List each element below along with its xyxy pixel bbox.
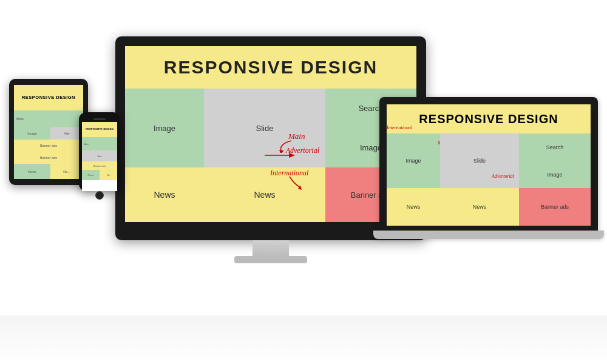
- monitor-image-left: Image: [125, 89, 204, 167]
- tablet-banner1-label: Banner ads: [40, 144, 57, 147]
- phone-news1: News: [82, 170, 100, 180]
- tablet-screen: RESPONSIVE DESIGN Main Image Adv: [14, 85, 83, 179]
- monitor-header: RESPONSIVE DESIGN: [125, 46, 416, 89]
- laptop-slide-label: Slide: [473, 158, 486, 164]
- laptop-image-left-label: Image: [405, 158, 421, 164]
- monitor-body: Image Slide Advertorial: [125, 89, 416, 222]
- monitor-news1: News: [125, 167, 204, 222]
- phone-banner: Banner ads: [82, 161, 117, 170]
- monitor-image-left-label: Image: [154, 124, 175, 133]
- tablet-news1: News: [14, 164, 50, 179]
- laptop-base: [373, 231, 604, 239]
- laptop-title: RESPONSIVE DESIGN: [419, 112, 558, 126]
- monitor-screen: RESPONSIVE DESIGN Image Slide Advertoria…: [125, 46, 416, 222]
- svg-marker-1: [289, 153, 295, 158]
- laptop-news1: News International: [387, 188, 440, 226]
- monitor-slide-label: Slide: [256, 124, 274, 133]
- monitor-slide: Slide Advertorial: [204, 89, 325, 167]
- laptop-image-left: Image Main: [387, 133, 440, 188]
- laptop-header: RESPONSIVE DESIGN: [387, 104, 591, 133]
- monitor-base: [234, 256, 307, 263]
- phone-main: Main: [82, 137, 117, 150]
- monitor-stand: [253, 240, 289, 257]
- phone-news2-label: Ne: [107, 174, 110, 177]
- phone-screen: RESPONSIVE DESIGN Main Adv Banner ads Ne…: [82, 122, 117, 191]
- phone-header: RESPONSIVE DESIGN: [82, 122, 117, 137]
- tablet-banner2: Banner ads: [14, 152, 83, 164]
- laptop-screen-outer: RESPONSIVE DESIGN Image Main Slide Adver…: [379, 97, 598, 231]
- tablet-title: RESPONSIVE DESIGN: [22, 95, 75, 100]
- laptop-advertorial-annotation: Advertorial: [492, 174, 514, 179]
- tablet-body: Main Image Adv Banner ads: [14, 110, 83, 179]
- tablet-header: RESPONSIVE DESIGN: [14, 85, 83, 110]
- phone-home-button[interactable]: [95, 191, 104, 200]
- laptop-slide: Slide Advertorial: [440, 133, 519, 188]
- laptop-news1-label: News: [407, 204, 421, 210]
- scene: RESPONSIVE DESIGN Image Slide Advertoria…: [0, 0, 607, 364]
- laptop-body: Image Main Slide Advertorial Search: [387, 133, 591, 226]
- laptop-image-right: Image: [519, 161, 591, 188]
- phone-news-row: News Ne: [82, 170, 117, 180]
- laptop-news2: News: [440, 188, 519, 226]
- phone-speaker: [93, 118, 106, 120]
- laptop-image-right-label: Image: [547, 172, 562, 178]
- monitor-news1-label: News: [154, 190, 175, 200]
- phone-adv-label: Adv: [98, 155, 102, 158]
- monitor-title: RESPONSIVE DESIGN: [164, 57, 378, 78]
- phone: RESPONSIVE DESIGN Main Adv Banner ads Ne…: [79, 112, 120, 191]
- tablet: RESPONSIVE DESIGN Main Image Adv: [9, 79, 88, 185]
- tablet-news2: Ne...: [50, 164, 83, 179]
- phone-main-label: Main: [84, 143, 89, 146]
- laptop-screen: RESPONSIVE DESIGN Image Main Slide Adver…: [387, 104, 591, 226]
- tablet-adv-label: Adv: [64, 132, 69, 135]
- tablet-outer: RESPONSIVE DESIGN Main Image Adv: [9, 79, 88, 185]
- laptop-news2-label: News: [473, 204, 487, 210]
- advertorial-arrow-icon: [265, 149, 295, 161]
- laptop: RESPONSIVE DESIGN Image Main Slide Adver…: [373, 97, 604, 239]
- tablet-news2-label: Ne...: [63, 170, 70, 174]
- laptop-search-label: Search: [546, 144, 564, 150]
- tablet-banner2-label: Banner ads: [40, 156, 57, 160]
- tablet-banner1: Banner ads: [14, 140, 83, 152]
- monitor-news2-label: News: [254, 190, 275, 200]
- tablet-image: Image: [14, 127, 50, 140]
- laptop-right-col: Search Image: [519, 133, 591, 188]
- tablet-image-label: Image: [27, 132, 36, 135]
- laptop-search: Search: [519, 133, 591, 161]
- tablet-main: Main: [14, 110, 83, 127]
- phone-adv: Adv: [82, 150, 117, 161]
- phone-outer: RESPONSIVE DESIGN Main Adv Banner ads Ne…: [79, 112, 120, 191]
- phone-title: RESPONSIVE DESIGN: [86, 128, 114, 130]
- tablet-main-label: Main: [16, 117, 24, 121]
- reflection: [0, 315, 607, 364]
- phone-bottom-bar: [82, 193, 117, 198]
- laptop-banner-label: Banner ads: [541, 204, 569, 210]
- laptop-international-annotation: International: [387, 125, 412, 130]
- tablet-news1-label: News: [28, 170, 36, 174]
- tablet-adv: Adv: [50, 127, 83, 140]
- phone-banner-label: Banner ads: [93, 164, 106, 167]
- phone-news1-label: News: [87, 174, 93, 177]
- phone-news2: Ne: [100, 170, 117, 180]
- monitor-news2: News: [204, 167, 325, 222]
- laptop-banner: Banner ads: [519, 188, 591, 226]
- phone-top-bar: [82, 117, 117, 121]
